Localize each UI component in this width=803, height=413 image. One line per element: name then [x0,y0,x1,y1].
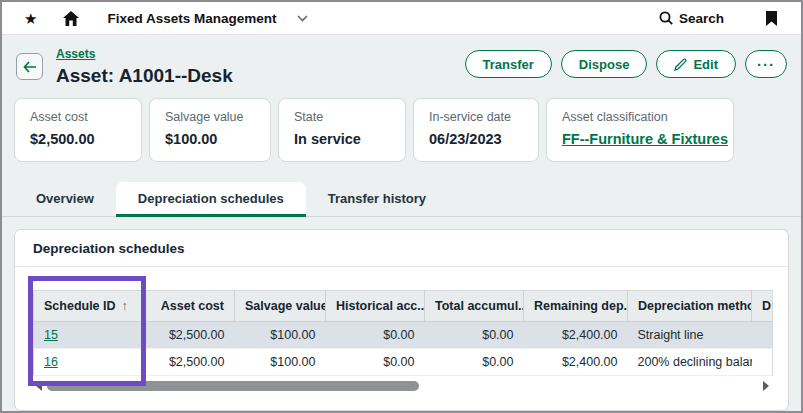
cell-truncated [752,322,773,349]
panel-title: Depreciation schedules [15,230,788,267]
card-salvage-value: Salvage value $100.00 [149,98,271,162]
page-header: Assets Asset: A1001--Desk Transfer Dispo… [2,35,801,91]
page-title: Asset: A1001--Desk [56,65,233,87]
card-asset-classification: Asset classification FF--Furniture & Fix… [546,98,734,162]
scrollbar-track[interactable] [45,381,760,391]
asset-classification-link[interactable]: FF--Furniture & Fixtures [562,131,718,147]
pencil-icon [674,58,687,71]
search-icon [659,11,673,25]
more-actions-button[interactable]: ··· [745,50,787,78]
dispose-button[interactable]: Dispose [561,50,648,78]
cell-remaining: $2,400.00 [524,322,628,349]
cell-salvage-value: $100.00 [235,322,326,349]
cell-historical: $0.00 [326,349,425,376]
edit-button-label: Edit [693,57,718,72]
card-label: Asset classification [562,110,718,124]
breadcrumb-assets-link[interactable]: Assets [56,47,95,61]
header-action-buttons: Transfer Dispose Edit ··· [465,50,787,78]
edit-button[interactable]: Edit [656,50,736,78]
cell-total-accumulated: $0.00 [425,349,524,376]
card-asset-cost: Asset cost $2,500.00 [14,98,142,162]
search-button[interactable]: Search [659,11,724,26]
column-header-total-accumulated[interactable]: Total accumul... [425,291,524,322]
chevron-down-icon[interactable] [297,15,308,22]
summary-cards-row: Asset cost $2,500.00 Salvage value $100.… [2,91,801,162]
column-header-truncated[interactable]: D [752,291,773,322]
tab-bar: Overview Depreciation schedules Transfer… [2,182,801,217]
cell-salvage-value: $100.00 [235,349,326,376]
cell-asset-cost: $2,500.00 [144,322,235,349]
cell-asset-cost: $2,500.00 [144,349,235,376]
arrow-left-icon [23,61,37,73]
cell-depreciation-method: 200% declining balance [628,349,752,376]
cell-total-accumulated: $0.00 [425,322,524,349]
card-value: $2,500.00 [30,131,126,147]
card-in-service-date: In-service date 06/23/2023 [413,98,539,162]
card-value: In service [294,131,390,147]
column-header-salvage-value[interactable]: Salvage value [235,291,326,322]
scrollbar-thumb[interactable] [47,381,419,391]
table-header-row: Schedule ID↑ Asset cost Salvage value Hi… [34,291,773,322]
cell-truncated [752,349,773,376]
column-label: Schedule ID [44,299,116,313]
scroll-left-arrow[interactable] [33,380,45,392]
table-row-schedule-15[interactable]: 15 $2,500.00 $100.00 $0.00 $0.00 $2,400.… [34,322,773,349]
tab-transfer-history[interactable]: Transfer history [306,182,448,217]
cell-historical: $0.00 [326,322,425,349]
bookmark-icon[interactable] [766,11,777,26]
column-header-schedule-id[interactable]: Schedule ID↑ [34,291,144,322]
schedule-id-link[interactable]: 16 [44,355,58,369]
app-window: ★ Fixed Assets Management Search Assets … [0,0,803,413]
card-label: State [294,110,390,124]
transfer-button[interactable]: Transfer [465,50,552,78]
table-row-schedule-16[interactable]: 16 $2,500.00 $100.00 $0.00 $0.00 $2,400.… [34,349,773,376]
tab-overview[interactable]: Overview [14,182,116,217]
card-state: State In service [278,98,406,162]
card-value: $100.00 [165,131,255,147]
card-label: Asset cost [30,110,126,124]
cell-remaining: $2,400.00 [524,349,628,376]
top-navigation-bar: ★ Fixed Assets Management Search [2,2,801,35]
cell-depreciation-method: Straight line [628,322,752,349]
card-value: 06/23/2023 [429,131,523,147]
schedule-id-link[interactable]: 15 [44,328,58,342]
card-label: In-service date [429,110,523,124]
back-button[interactable] [16,53,43,80]
schedules-table: Schedule ID↑ Asset cost Salvage value Hi… [33,290,772,393]
app-title[interactable]: Fixed Assets Management [107,11,276,26]
home-icon[interactable] [63,11,79,26]
column-header-historical[interactable]: Historical acc... [326,291,425,322]
favorites-star-icon[interactable]: ★ [24,11,37,26]
tab-depreciation-schedules[interactable]: Depreciation schedules [116,182,306,217]
scroll-right-arrow[interactable] [760,380,772,392]
search-label: Search [679,11,724,26]
card-label: Salvage value [165,110,255,124]
sort-ascending-icon: ↑ [122,299,128,313]
column-header-depreciation-method[interactable]: Depreciation method [628,291,752,322]
depreciation-schedules-panel: Depreciation schedules Schedule ID↑ Asse… [14,229,789,411]
table-horizontal-scrollbar[interactable] [33,378,772,393]
column-header-remaining[interactable]: Remaining dep... [524,291,628,322]
column-header-asset-cost[interactable]: Asset cost [144,291,235,322]
